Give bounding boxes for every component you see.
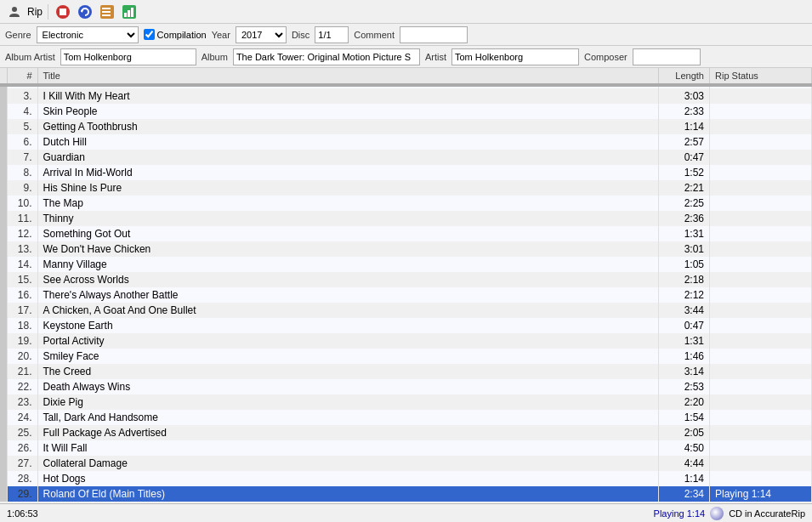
track-title[interactable]: Full Package As Advertised: [37, 425, 659, 440]
list-icon[interactable]: [98, 3, 116, 21]
composer-input[interactable]: [633, 48, 701, 65]
track-length: 3:01: [659, 241, 710, 257]
table-row[interactable]: 17.A Chicken, A Goat And One Bullet3:44: [0, 303, 812, 318]
comment-input[interactable]: [400, 26, 468, 43]
track-title[interactable]: Something Got Out: [37, 226, 659, 241]
artist-input[interactable]: [451, 48, 579, 65]
track-length: 1:31: [659, 226, 710, 241]
table-row[interactable]: 3.I Kill With My Heart3:03: [0, 88, 812, 104]
track-rip-status: [710, 226, 812, 241]
track-title[interactable]: Dutch Hill: [37, 134, 659, 150]
table-row[interactable]: 5.Getting A Toothbrush1:14: [0, 119, 812, 134]
compilation-check-label[interactable]: Compilation: [144, 29, 207, 40]
track-title[interactable]: Tall, Dark And Handsome: [37, 410, 659, 425]
year-select[interactable]: 2017: [236, 26, 287, 43]
track-title[interactable]: It Will Fall: [37, 440, 659, 456]
track-title[interactable]: See Across Worlds: [37, 272, 659, 287]
track-title[interactable]: Keystone Earth: [37, 318, 659, 333]
stop-icon[interactable]: [54, 3, 72, 21]
table-row[interactable]: 18.Keystone Earth0:47: [0, 318, 812, 333]
track-rip-status: [710, 364, 812, 379]
track-title[interactable]: A Chicken, A Goat And One Bullet: [37, 303, 659, 318]
table-row[interactable]: 23.Dixie Pig2:20: [0, 394, 812, 410]
table-row[interactable]: 13.We Don't Have Chicken3:01: [0, 241, 812, 257]
track-title[interactable]: His Shine Is Pure: [37, 180, 659, 196]
cd-status: CD in AccurateRip: [729, 508, 805, 519]
track-length: 3:44: [659, 303, 710, 318]
person-icon[interactable]: [5, 3, 24, 21]
table-row[interactable]: 19.Portal Activity1:31: [0, 333, 812, 349]
track-title[interactable]: Portal Activity: [37, 333, 659, 349]
track-title[interactable]: The Map: [37, 196, 659, 211]
track-title[interactable]: I Kill With My Heart: [37, 88, 659, 104]
col-title-header[interactable]: Title: [37, 68, 659, 84]
table-row[interactable]: 27.Collateral Damage4:44: [0, 456, 812, 471]
track-title[interactable]: Thinny: [37, 211, 659, 226]
track-number: 6.: [7, 134, 37, 150]
table-row[interactable]: 15.See Across Worlds2:18: [0, 272, 812, 287]
track-rip-status: [710, 456, 812, 471]
refresh-icon[interactable]: [76, 3, 94, 21]
track-rip-status: [710, 440, 812, 456]
track-title[interactable]: The Creed: [37, 364, 659, 379]
track-number: 8.: [7, 165, 37, 180]
col-rip-header[interactable]: Rip Status: [710, 68, 812, 84]
album-artist-input[interactable]: [60, 48, 196, 65]
table-row[interactable]: 16.There's Always Another Battle2:12: [0, 287, 812, 303]
track-table: 1.The Dark Tower1:422.The Face Of My Fat…: [0, 87, 812, 502]
track-length: 2:12: [659, 287, 710, 303]
rip-label: Rip: [27, 6, 43, 18]
table-row[interactable]: 20.Smiley Face1:46: [0, 349, 812, 364]
table-row[interactable]: 7.Guardian0:47: [0, 150, 812, 165]
track-title[interactable]: Manny Village: [37, 257, 659, 272]
table-row[interactable]: 29.Roland Of Eld (Main Titles)2:34Playin…: [0, 486, 812, 502]
col-length-header[interactable]: Length: [659, 68, 710, 84]
track-rip-status: [710, 134, 812, 150]
table-row[interactable]: 10.The Map2:25: [0, 196, 812, 211]
track-title[interactable]: We Don't Have Chicken: [37, 241, 659, 257]
track-title[interactable]: Hot Dogs: [37, 471, 659, 486]
track-number: 20.: [7, 349, 37, 364]
table-row[interactable]: 24.Tall, Dark And Handsome1:54: [0, 410, 812, 425]
track-length: 1:14: [659, 471, 710, 486]
genre-select[interactable]: Electronic: [37, 26, 139, 43]
row-indicator: [0, 180, 7, 196]
svg-rect-11: [128, 10, 130, 17]
table-row[interactable]: 9.His Shine Is Pure2:21: [0, 180, 812, 196]
table-row[interactable]: 8.Arrival In Mid-World1:52: [0, 165, 812, 180]
album-input[interactable]: [233, 48, 420, 65]
row-indicator: [0, 318, 7, 333]
table-row[interactable]: 25.Full Package As Advertised2:05: [0, 425, 812, 440]
table-row[interactable]: 22.Death Always Wins2:53: [0, 379, 812, 394]
track-number: 7.: [7, 150, 37, 165]
table-row[interactable]: 6.Dutch Hill2:57: [0, 134, 812, 150]
table-row[interactable]: 21.The Creed3:14: [0, 364, 812, 379]
compilation-checkbox[interactable]: [144, 29, 155, 40]
table-row[interactable]: 12.Something Got Out1:31: [0, 226, 812, 241]
svg-rect-10: [124, 13, 127, 17]
table-row[interactable]: 11.Thinny2:36: [0, 211, 812, 226]
track-title[interactable]: Collateral Damage: [37, 456, 659, 471]
album-artist-label: Album Artist: [5, 52, 55, 62]
track-title[interactable]: Dixie Pig: [37, 394, 659, 410]
track-title[interactable]: Death Always Wins: [37, 379, 659, 394]
track-title[interactable]: Smiley Face: [37, 349, 659, 364]
composer-label: Composer: [584, 52, 627, 62]
table-row[interactable]: 28.Hot Dogs1:14: [0, 471, 812, 486]
track-number: 26.: [7, 440, 37, 456]
table-row[interactable]: 14.Manny Village1:05: [0, 257, 812, 272]
table-row[interactable]: 4.Skin People2:33: [0, 104, 812, 119]
row-indicator: [0, 456, 7, 471]
chart-icon[interactable]: [120, 3, 139, 21]
disc-label: Disc: [292, 30, 309, 40]
track-title[interactable]: Roland Of Eld (Main Titles): [37, 486, 659, 502]
track-rip-status: [710, 287, 812, 303]
track-title[interactable]: There's Always Another Battle: [37, 287, 659, 303]
disc-input[interactable]: 1/1: [315, 26, 349, 43]
track-title[interactable]: Arrival In Mid-World: [37, 165, 659, 180]
table-row[interactable]: 26.It Will Fall4:50: [0, 440, 812, 456]
track-title[interactable]: Skin People: [37, 104, 659, 119]
track-title[interactable]: Guardian: [37, 150, 659, 165]
track-title[interactable]: Getting A Toothbrush: [37, 119, 659, 134]
row-indicator: [0, 165, 7, 180]
